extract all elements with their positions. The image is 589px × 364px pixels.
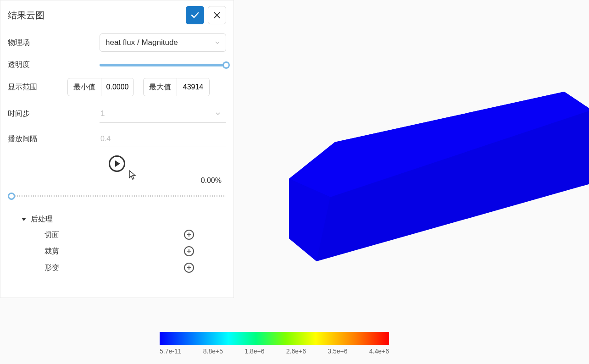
progress-text: 0.00% (201, 176, 222, 185)
header-buttons (186, 6, 226, 24)
display-range-label: 显示范围 (8, 83, 67, 92)
time-step-row: 时间步 1 (8, 105, 226, 123)
colorbar (160, 332, 389, 345)
close-button[interactable] (208, 6, 226, 24)
colorbar-tick: 4.4e+6 (369, 347, 389, 355)
postprocess-items: 切面 + 裁剪 + 形变 + (22, 230, 226, 273)
add-slice-button[interactable]: + (184, 230, 194, 240)
settings-panel: 结果云图 物理场 heat flux / Magnitude (0, 0, 234, 298)
timeline-slider[interactable] (8, 192, 226, 201)
timeline-track (8, 195, 226, 197)
play-interval-input[interactable] (100, 131, 226, 147)
min-value-input[interactable] (101, 78, 133, 96)
tree-item-slice: 切面 + (44, 230, 226, 240)
min-label: 最小值 (68, 78, 101, 96)
opacity-slider[interactable] (100, 61, 226, 70)
add-deform-button[interactable]: + (184, 263, 194, 273)
panel-title: 结果云图 (8, 9, 44, 22)
colorbar-tick: 1.8e+6 (244, 347, 264, 355)
colorbar-tick: 2.6e+6 (286, 347, 306, 355)
physics-field-select[interactable]: heat flux / Magnitude (100, 33, 226, 52)
time-step-label: 时间步 (8, 109, 67, 119)
play-interval-label: 播放间隔 (8, 134, 67, 144)
opacity-row: 透明度 (8, 60, 226, 70)
timeline-thumb[interactable] (8, 193, 15, 200)
time-step-select[interactable]: 1 (100, 105, 226, 123)
display-range-row: 显示范围 最小值 最大值 (8, 78, 226, 96)
tree-item-label: 切面 (44, 230, 59, 240)
colorbar-labels: 5.7e-11 8.8e+5 1.8e+6 2.6e+6 3.5e+6 4.4e… (160, 347, 389, 355)
colorbar-tick: 8.8e+5 (203, 347, 223, 355)
add-clip-button[interactable]: + (184, 246, 194, 256)
chevron-down-icon (215, 40, 220, 45)
postprocess-label: 后处理 (31, 215, 53, 224)
postprocess-section: 后处理 切面 + 裁剪 + 形变 + (8, 215, 226, 273)
play-row (8, 155, 226, 172)
physics-field-value: heat flux / Magnitude (106, 38, 178, 47)
confirm-button[interactable] (186, 6, 204, 24)
check-icon (190, 11, 200, 20)
close-icon (213, 11, 221, 19)
time-step-value: 1 (100, 109, 105, 118)
colorbar-tick: 3.5e+6 (328, 347, 347, 355)
physics-field-row: 物理场 heat flux / Magnitude (8, 33, 226, 52)
slider-track (100, 64, 226, 66)
opacity-label: 透明度 (8, 60, 67, 70)
viewport-3d[interactable] (234, 0, 589, 364)
postprocess-header[interactable]: 后处理 (22, 215, 226, 224)
colorbar-container: 5.7e-11 8.8e+5 1.8e+6 2.6e+6 3.5e+6 4.4e… (160, 332, 389, 355)
tree-item-deform: 形变 + (44, 263, 226, 273)
max-label: 最大值 (144, 78, 177, 96)
max-value-group: 最大值 (143, 78, 210, 96)
play-button[interactable] (109, 155, 125, 172)
progress-row: 0.00% (8, 176, 226, 185)
tree-item-label: 裁剪 (44, 247, 59, 256)
chevron-down-icon (215, 111, 221, 116)
physics-field-label: 物理场 (8, 38, 67, 48)
play-interval-row: 播放间隔 (8, 131, 226, 147)
panel-header: 结果云图 (8, 6, 226, 24)
tree-item-label: 形变 (44, 263, 59, 273)
colorbar-tick: 5.7e-11 (160, 347, 181, 355)
play-icon (115, 160, 120, 167)
tree-item-clip: 裁剪 + (44, 246, 226, 256)
min-value-group: 最小值 (67, 78, 134, 96)
model-render (261, 92, 589, 275)
slider-thumb[interactable] (222, 61, 230, 69)
max-value-input[interactable] (177, 78, 209, 96)
caret-down-icon (22, 218, 26, 221)
